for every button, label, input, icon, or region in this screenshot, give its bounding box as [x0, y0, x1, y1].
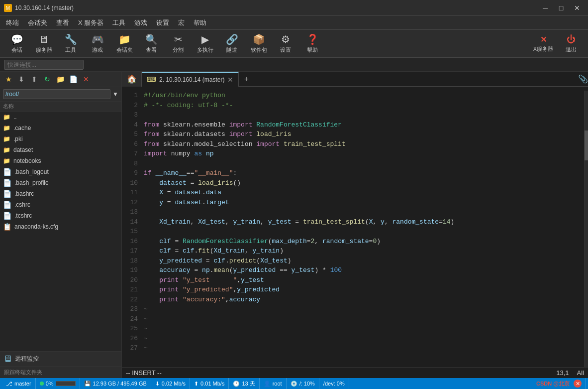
path-dropdown-icon[interactable]: ▼ — [112, 91, 118, 98]
code-line: X = dataset.data — [144, 188, 584, 198]
settings-icon: ⚙ — [281, 33, 290, 45]
status-csdn: CSDN @北京 ✕ — [532, 378, 586, 389]
servers-icon: 🖥 — [39, 34, 49, 45]
list-item[interactable]: 📋 anaconda-ks.cfg — [0, 221, 121, 232]
menu-help[interactable]: 帮助 — [190, 17, 210, 28]
list-item[interactable]: 📄 .bash_profile — [0, 177, 121, 188]
sidebar-refresh-icon[interactable]: ↻ — [42, 74, 53, 85]
list-item[interactable]: 📄 .tcshrc — [0, 210, 121, 221]
toolbar-settings[interactable]: ⚙ 设置 — [273, 32, 298, 56]
csdn-icon: ✕ — [574, 380, 582, 388]
remote-monitor-label[interactable]: 远程监控 — [15, 355, 39, 363]
toolbar-tools[interactable]: 🔧 工具 — [58, 32, 84, 56]
toolbar-exit[interactable]: ⏻ 退出 — [558, 32, 584, 56]
title-bar: M 10.30.160.14 (master) ─ □ ✕ — [0, 0, 588, 16]
track-folder-label: 跟踪终端文件夹 — [4, 369, 42, 376]
toolbar-settings-label: 设置 — [280, 46, 291, 54]
sidebar-up-icon[interactable]: ⬆ — [29, 74, 40, 85]
status-memory: 💾 12.93 GB / 495.49 GB — [80, 378, 151, 389]
file-icon: 📄 — [3, 179, 11, 187]
tab-bar: 🏠 ⌨ 2. 10.30.160.14 (master) ✕ + 📎 — [122, 72, 588, 87]
tools-icon: 🔧 — [65, 33, 77, 45]
file-icon: 📄 — [3, 168, 11, 176]
status-disk: 💿 /: 10% — [287, 378, 319, 389]
packages-icon: 📦 — [253, 33, 265, 45]
menu-games[interactable]: 游戏 — [130, 17, 151, 28]
maximize-button[interactable]: □ — [554, 2, 568, 13]
list-item[interactable]: 📁 notebooks — [0, 155, 121, 166]
toolbar-help[interactable]: ❓ 帮助 — [299, 32, 325, 56]
file-item-name: .pki — [13, 135, 23, 142]
sidebar-fav-icon[interactable]: ★ — [3, 74, 14, 85]
menu-view[interactable]: 查看 — [52, 17, 73, 28]
folder-icon: 📁 — [3, 146, 10, 153]
editor-scrollbar[interactable] — [584, 91, 588, 374]
list-item[interactable]: 📁 .pki — [0, 133, 121, 144]
status-bar: ⎇ master 0% 💾 12.93 GB / 495.49 GB ⬇ 0.0… — [0, 378, 588, 389]
toolbar-tunnel[interactable]: 🔗 隧道 — [219, 32, 245, 56]
toolbar-sessions-folder-label: 会话夹 — [116, 46, 133, 54]
minimize-button[interactable]: ─ — [538, 2, 552, 13]
folder-icon: 📁 — [3, 125, 10, 131]
toolbar-tools-label: 工具 — [65, 46, 76, 54]
list-item[interactable]: 📄 .bash_logout — [0, 166, 121, 177]
folder-icon: 📁 — [3, 135, 10, 142]
list-item[interactable]: 📁 .cache — [0, 123, 121, 133]
file-list[interactable]: 📁 .. 📁 .cache 📁 .pki 📁 dataset 📁 noteboo… — [0, 112, 121, 351]
sidebar-delete-icon[interactable]: ✕ — [81, 74, 92, 85]
tab-close-icon[interactable]: ✕ — [227, 76, 233, 84]
code-content: 12345 678910 1112131415 1617181920 21222… — [122, 87, 588, 378]
list-item[interactable]: 📁 dataset — [0, 144, 121, 155]
clock-icon: 🕐 — [233, 381, 240, 387]
window-controls: ─ □ ✕ — [538, 2, 584, 13]
toolbar-view[interactable]: 🔍 查看 — [138, 32, 164, 56]
folder-icon: 📁 — [3, 157, 10, 164]
code-line: print "y_predicted",y_predicted — [144, 285, 584, 295]
menu-terminal[interactable]: 终端 — [2, 17, 23, 28]
cursor-position: 13,1 — [556, 369, 569, 377]
cpu-dot — [40, 382, 44, 386]
menu-tools[interactable]: 工具 — [108, 17, 129, 28]
toolbar-servers[interactable]: 🖥 服务器 — [31, 32, 57, 56]
toolbar-sessions[interactable]: 💬 会话 — [4, 32, 30, 56]
file-header: 名称 — [0, 102, 121, 112]
code-line: ~ — [144, 334, 584, 344]
toolbar-multiexec[interactable]: ▶ 多执行 — [192, 32, 218, 56]
file-icon: 📄 — [3, 190, 11, 198]
list-item[interactable]: 📁 .. — [0, 112, 121, 123]
menu-macro[interactable]: 宏 — [174, 17, 189, 28]
menu-sessions[interactable]: 会话夹 — [24, 17, 51, 28]
help-icon: ❓ — [306, 33, 319, 45]
list-item[interactable]: 📄 .cshrc — [0, 199, 121, 210]
code-line: # -*- coding: utf-8 -*- — [144, 101, 584, 111]
scrollbar-thumb[interactable] — [585, 130, 588, 160]
toolbar-games[interactable]: 🎮 游戏 — [85, 32, 110, 56]
code-line — [144, 207, 584, 217]
editor-area[interactable]: 12345 678910 1112131415 1617181920 21222… — [122, 87, 588, 378]
disk-label: /: 10% — [299, 381, 315, 387]
list-item[interactable]: 📄 .bashrc — [0, 188, 121, 199]
menu-x-server[interactable]: X 服务器 — [74, 17, 107, 28]
quick-connect-input[interactable] — [4, 60, 84, 70]
toolbar-sessions-folder[interactable]: 📁 会话夹 — [111, 32, 137, 56]
dev-label: /dev: 0% — [323, 381, 345, 387]
sidebar-file-icon[interactable]: 📄 — [68, 74, 79, 85]
sessions-icon: 💬 — [11, 33, 23, 45]
menu-settings[interactable]: 设置 — [152, 17, 173, 28]
tab-add-button[interactable]: + — [239, 72, 254, 87]
code-lines: #!/usr/bin/env python # -*- coding: utf-… — [142, 91, 584, 374]
tab-active[interactable]: ⌨ 2. 10.30.160.14 (master) ✕ — [142, 72, 239, 87]
split-icon: ✂ — [174, 33, 183, 45]
close-button[interactable]: ✕ — [570, 2, 584, 13]
toolbar-x-server[interactable]: ✕ X服务器 — [529, 32, 557, 56]
exit-icon: ⏻ — [567, 34, 576, 45]
path-input[interactable] — [3, 89, 110, 99]
memory-label: 12.93 GB / 495.49 GB — [93, 381, 147, 387]
sidebar-folder-icon[interactable]: 📁 — [55, 74, 66, 85]
csdn-label: CSDN @北京 — [536, 380, 570, 388]
toolbar-split[interactable]: ✂ 分割 — [165, 32, 191, 56]
tab-home[interactable]: 🏠 — [122, 72, 142, 87]
sidebar-down-icon[interactable]: ⬇ — [16, 74, 27, 85]
toolbar-packages[interactable]: 📦 软件包 — [246, 32, 272, 56]
code-line — [144, 159, 584, 169]
